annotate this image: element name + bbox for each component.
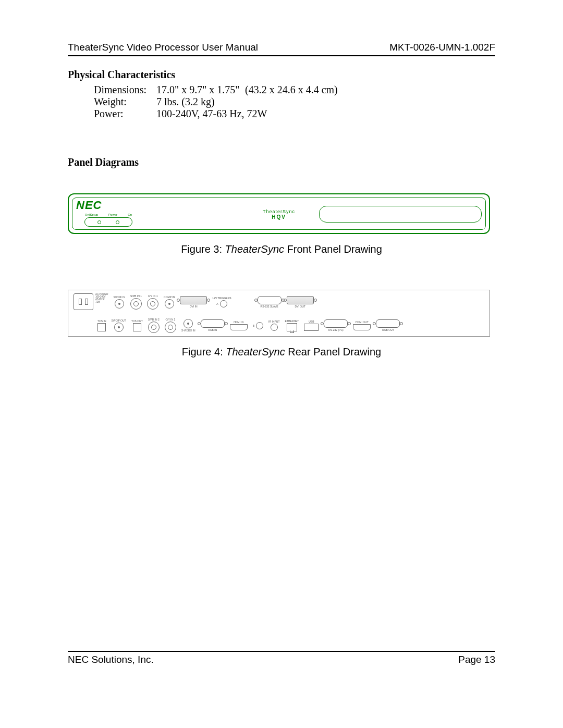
port-label: 12V TRIGGERS: [212, 297, 231, 300]
bnc-port-icon: [130, 298, 142, 310]
ac-power-inlet-icon: [74, 293, 93, 310]
port-label: RGB IN: [208, 328, 217, 331]
caption-suffix: Front Panel Drawing: [284, 243, 382, 255]
ac-spec: 72W: [95, 301, 108, 304]
vga-port-icon: [376, 319, 400, 328]
port-label: COMP IN: [164, 295, 175, 299]
ethernet-port-icon: [287, 323, 297, 331]
header-left: TheaterSync Video Processor User Manual: [68, 42, 258, 53]
rca-port-icon: [115, 299, 124, 309]
spec-value-metric: (43.2 x 24.6 x 4.4 cm): [245, 84, 338, 96]
spec-label: Power:: [94, 108, 156, 120]
port-label: USB: [309, 320, 314, 323]
port-label: RGB OUT: [382, 328, 394, 331]
page-footer: NEC Solutions, Inc. Page 13: [68, 651, 495, 665]
rear-panel-diagram: AC POWER 100-240V 47-63HZ 72W S/PDIF IN …: [68, 290, 490, 337]
port-label: S/PB IN 1: [130, 294, 142, 298]
port-label: B: [253, 324, 254, 327]
page-content: TheaterSync Video Processor User Manual …: [68, 42, 495, 686]
spec-value-imperial: 17.0" x 9.7" x 1.75": [156, 84, 245, 96]
front-panel-controls: On|Setup Power On: [84, 213, 132, 227]
front-panel-button-pill: [84, 217, 132, 227]
port-label: DVI IN: [190, 305, 198, 308]
led-icon: [116, 220, 119, 224]
dvi-port-icon: [180, 296, 207, 304]
spec-value: 7 lbs. (3.2 kg): [156, 96, 215, 108]
port-label: RS-232 SLAVE: [261, 305, 278, 308]
led-icon: [97, 220, 101, 224]
bnc-port-icon: [148, 322, 160, 333]
caption-italic: TheaterSync: [226, 346, 285, 357]
bnc-port-icon: [147, 298, 158, 310]
page-header: TheaterSync Video Processor User Manual …: [68, 42, 495, 56]
db9-port-icon: [258, 296, 282, 304]
spec-value: 100-240V, 47-63 Hz, 72W: [156, 108, 267, 120]
rear-panel-row-top: AC POWER 100-240V 47-63HZ 72W S/PDIF IN …: [74, 293, 484, 310]
port-label: HDMI IN: [234, 320, 243, 324]
rear-panel-row-bottom: TOS IN S/PDIF OUT TOS OUT S/PB IN 2 C/Y …: [74, 318, 484, 333]
rca-port-icon: [165, 299, 174, 309]
spec-row-power: Power: 100-240V, 47-63 Hz, 72W: [68, 108, 495, 120]
ir-jack-icon: [271, 324, 278, 331]
usb-port-icon: [304, 324, 319, 331]
port-label: RS-232 (PC): [328, 328, 344, 331]
specs-block: Dimensions: 17.0" x 9.7" x 1.75" (43.2 x…: [68, 84, 495, 120]
figure4-caption: Figure 4: TheaterSync Rear Panel Drawing: [68, 346, 495, 358]
header-right: MKT-0026-UMN-1.002F: [389, 42, 495, 53]
port-label: S-VIDEO IN: [181, 329, 195, 332]
footer-right: Page 13: [458, 654, 495, 665]
rca-port-icon: [114, 323, 124, 332]
front-panel-diagram: NEC On|Setup Power On TheaterSync HQV: [68, 193, 490, 234]
caption-prefix: Figure 4:: [182, 346, 226, 357]
label-on-setup: On|Setup: [85, 213, 98, 216]
caption-prefix: Figure 3:: [181, 243, 225, 255]
port-label: A: [216, 302, 218, 305]
brand-line1: TheaterSync: [263, 209, 295, 214]
brand-line2: HQV: [263, 214, 295, 220]
port-label: TOS OUT: [131, 319, 143, 323]
hdmi-port-icon: [230, 324, 248, 330]
port-label: TOS IN: [97, 319, 106, 323]
vga-port-icon: [201, 319, 225, 328]
port-label: IR INPUT: [268, 320, 279, 323]
bnc-port-icon: [165, 322, 176, 333]
caption-suffix: Rear Panel Drawing: [285, 346, 382, 357]
db9-port-icon: [324, 319, 348, 328]
port-label: DVI OUT: [295, 305, 305, 308]
spec-label: Dimensions:: [94, 84, 156, 96]
ac-power-text: AC POWER 100-240V 47-63HZ 72W: [95, 293, 108, 304]
svideo-port-icon: [183, 319, 193, 328]
section-physical-characteristics: Physical Characteristics: [68, 69, 495, 81]
dvi-port-icon: [287, 296, 314, 304]
port-label: S/PDIF OUT: [112, 319, 126, 322]
hdmi-port-icon: [353, 324, 371, 330]
port-label: C/Y IN 1: [148, 294, 158, 298]
front-panel-branding: TheaterSync HQV: [263, 209, 295, 220]
section-panel-diagrams: Panel Diagrams: [68, 156, 495, 168]
port-label: C/Y IN 2: [165, 318, 175, 321]
port-label: S/PDIF IN: [114, 295, 126, 299]
label-power: Power: [108, 213, 117, 216]
port-label: ETHERNET: [285, 319, 299, 323]
caption-italic: TheaterSync: [225, 243, 284, 255]
spec-row-dimensions: Dimensions: 17.0" x 9.7" x 1.75" (43.2 x…: [68, 84, 495, 96]
spec-label: Weight:: [94, 96, 156, 108]
toslink-port-icon: [133, 323, 141, 331]
figure3-caption: Figure 3: TheaterSync Front Panel Drawin…: [68, 243, 495, 255]
port-label: S/PB IN 2: [148, 318, 160, 321]
label-on: On: [128, 213, 132, 216]
port-label: HDMI OUT: [356, 320, 369, 324]
trigger-jack-icon: [256, 322, 263, 329]
trigger-jack-icon: [220, 300, 227, 307]
toslink-port-icon: [97, 323, 106, 331]
spec-row-weight: Weight: 7 lbs. (3.2 kg): [68, 96, 495, 108]
front-panel-display: [319, 206, 482, 223]
footer-left: NEC Solutions, Inc.: [68, 654, 154, 665]
nec-logo: NEC: [76, 199, 102, 212]
